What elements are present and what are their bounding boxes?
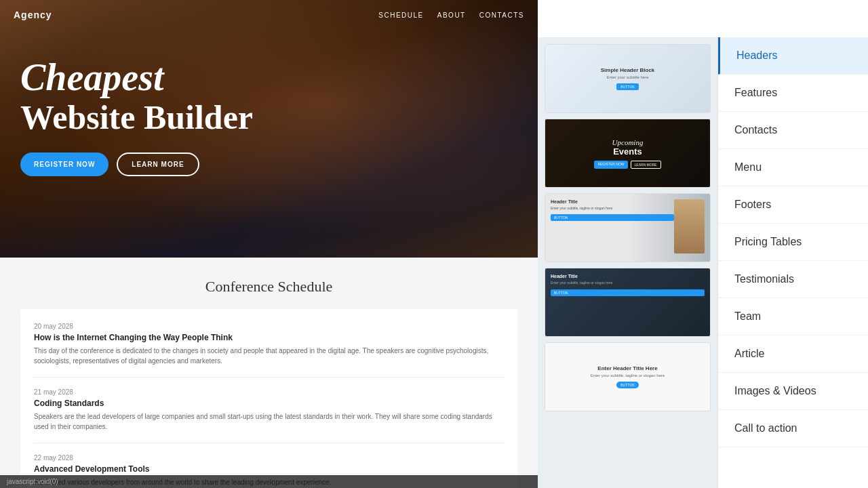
thumb-1-title: Simple Header Block: [601, 67, 655, 73]
thumb-5-btn: BUTTON: [616, 382, 638, 388]
thumbnail-centered-header[interactable]: Enter Header Title Here Enter your subti…: [545, 342, 711, 411]
site-navigation: Agency SCHEDULE ABOUT CONTACTS: [0, 0, 538, 30]
conf-date-2: 21 may 2028: [34, 388, 504, 396]
thumbnail-upcoming-events[interactable]: Upcoming Events REGISTER NOW LEARN MORE: [545, 119, 711, 188]
status-bar: javascript:void(0): [0, 475, 538, 488]
conf-desc-2: Speakers are the lead developers of larg…: [34, 411, 504, 432]
thumb-4-btn: BUTTON: [551, 289, 705, 296]
thumb-4-sub: Enter your subtitle, tagline or slogan h…: [551, 281, 705, 285]
site-nav-links: SCHEDULE ABOUT CONTACTS: [378, 12, 524, 19]
hero-register-button[interactable]: REGISTER NOW: [20, 152, 108, 176]
sidebar-item-testimonials[interactable]: Testimonials: [718, 261, 868, 298]
thumb-4-title: Header Title: [551, 274, 705, 279]
thumb-5-sub: Enter your subtitle, tagline or slogan h…: [591, 373, 665, 378]
sidebar-nav: Headers Features Contacts Menu Footers P…: [717, 37, 868, 488]
thumb-5-title: Enter Header Title Here: [597, 365, 657, 371]
thumb-2-btn2: LEARN MORE: [631, 161, 661, 169]
thumb-img-2: Upcoming Events REGISTER NOW LEARN MORE: [545, 119, 710, 187]
conference-item-1: 20 may 2028 How is the Internet Changing…: [34, 323, 504, 378]
sidebar-item-footers[interactable]: Footers: [718, 186, 868, 224]
sidebar-item-images-videos[interactable]: Images & Videos: [718, 373, 868, 410]
thumb-2-btn1: REGISTER NOW: [594, 161, 627, 169]
conf-title-3: Advanced Development Tools: [34, 464, 504, 474]
thumb-4-text: Header Title Enter your subtitle, taglin…: [551, 274, 705, 296]
thumb-1-subtitle: Enter your subtitle here: [606, 75, 648, 79]
sidebar-item-call-to-action[interactable]: Call to action: [718, 410, 868, 447]
thumbnail-header-person[interactable]: Header Title Enter your subtitle, taglin…: [545, 193, 711, 262]
conference-title: Conference Schedule: [14, 278, 524, 296]
thumbnail-dark-header[interactable]: Header Title Enter your subtitle, taglin…: [545, 268, 711, 337]
thumb-2-content: Upcoming Events REGISTER NOW LEARN MORE: [594, 138, 660, 169]
thumb-3-text: Header Title Enter your subtitle, taglin…: [551, 199, 674, 221]
thumb-img-1: Simple Header Block Enter your subtitle …: [545, 45, 710, 113]
thumb-img-3: Header Title Enter your subtitle, taglin…: [545, 194, 710, 262]
hero-buttons: REGISTER NOW LEARN MORE: [20, 152, 517, 176]
thumb-2-title-text: Events: [594, 146, 660, 157]
conf-date-1: 20 may 2028: [34, 323, 504, 330]
site-hero-section: Agency SCHEDULE ABOUT CONTACTS Cheapest …: [0, 0, 538, 258]
panel-content: Simple Header Block Enter your subtitle …: [538, 37, 868, 488]
hero-content: Cheapest Website Builder REGISTER NOW LE…: [0, 30, 538, 203]
thumbnail-simple-header[interactable]: Simple Header Block Enter your subtitle …: [545, 44, 711, 113]
sidebar-item-contacts[interactable]: Contacts: [718, 112, 868, 149]
hero-learn-more-button[interactable]: LEARN MORE: [117, 152, 199, 176]
thumbnails-panel[interactable]: Simple Header Block Enter your subtitle …: [538, 37, 717, 488]
site-logo: Agency: [14, 9, 52, 20]
website-preview: Agency SCHEDULE ABOUT CONTACTS Cheapest …: [0, 0, 538, 488]
conf-date-3: 22 may 2028: [34, 454, 504, 462]
conference-item-2: 21 may 2028 Coding Standards Speakers ar…: [34, 388, 504, 443]
sidebar-item-article[interactable]: Article: [718, 336, 868, 373]
thumb-2-italic: Upcoming: [594, 138, 660, 146]
thumb-1-btn: BUTTON: [616, 83, 638, 90]
hero-title-normal: Website Builder: [20, 99, 517, 136]
conf-title-1: How is the Internet Changing the Way Peo…: [34, 333, 504, 342]
conf-desc-1: This day of the conference is dedicated …: [34, 346, 504, 366]
thumb-2-buttons: REGISTER NOW LEARN MORE: [594, 161, 660, 169]
status-text: javascript:void(0): [7, 478, 58, 485]
right-panel: ✓ Select and Drag Section to Page Simple…: [538, 0, 868, 488]
sidebar-item-features[interactable]: Features: [718, 75, 868, 112]
thumb-3-title: Header Title: [551, 199, 674, 204]
thumb-3-sub: Enter your subtitle, tagline or slogan h…: [551, 206, 674, 210]
nav-link-about: ABOUT: [437, 12, 466, 19]
sidebar-item-team[interactable]: Team: [718, 298, 868, 336]
nav-link-contacts: CONTACTS: [479, 12, 524, 19]
thumb-img-4: Header Title Enter your subtitle, taglin…: [545, 268, 710, 336]
nav-link-schedule: SCHEDULE: [378, 12, 423, 19]
sidebar-item-headers[interactable]: Headers: [718, 37, 868, 75]
conference-card: 20 may 2028 How is the Internet Changing…: [20, 309, 517, 488]
hero-title-italic: Cheapest: [20, 57, 517, 99]
thumb-3-person-silhouette: [674, 199, 705, 253]
thumb-img-5: Enter Header Title Here Enter your subti…: [545, 343, 710, 411]
conference-section: Conference Schedule 20 may 2028 How is t…: [0, 258, 538, 488]
sidebar-item-menu[interactable]: Menu: [718, 149, 868, 186]
sidebar-item-pricing-tables[interactable]: Pricing Tables: [718, 224, 868, 261]
thumb-3-btn: BUTTON: [551, 214, 674, 221]
conf-title-2: Coding Standards: [34, 399, 504, 408]
